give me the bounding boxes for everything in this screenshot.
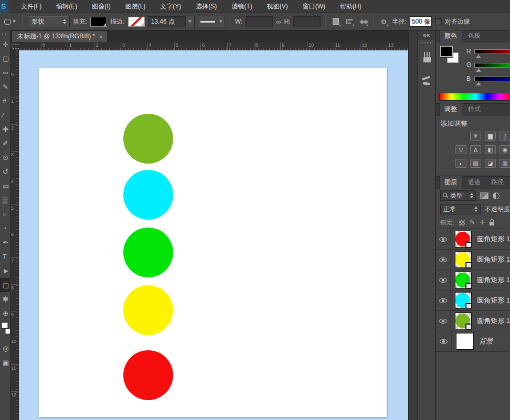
invert-icon[interactable]: ◐	[455, 159, 466, 168]
color-balance-icon[interactable]: Δ	[470, 145, 481, 154]
radius-input[interactable]: 500 像素	[410, 16, 432, 27]
yellow-circle[interactable]	[123, 285, 173, 335]
brightness-contrast-icon[interactable]: ☀	[470, 132, 481, 141]
crop-tool[interactable]: #	[0, 94, 10, 108]
blend-mode-select[interactable]: 正常	[440, 204, 481, 214]
threshold-icon[interactable]: ◪	[485, 159, 496, 168]
brush-tool[interactable]: ✐	[0, 136, 10, 150]
path-alignment-button[interactable]	[344, 16, 355, 27]
vertical-ruler[interactable]: 0123456789101112	[10, 50, 19, 420]
pen-tool[interactable]: ✒	[0, 235, 10, 250]
screen-mode-button[interactable]: ▣	[0, 356, 10, 370]
menu-item[interactable]: 编辑(E)	[49, 0, 84, 13]
lasso-tool[interactable]: ∾	[0, 66, 10, 80]
slider-thumb[interactable]	[476, 68, 481, 72]
scrollbar-track[interactable]	[408, 30, 417, 420]
posterize-icon[interactable]: ▨	[470, 159, 481, 168]
layer-thumbnail[interactable]	[455, 251, 472, 268]
background-color-swatch[interactable]	[5, 329, 10, 334]
clone-stamp-tool[interactable]: ⊙	[0, 150, 10, 165]
foreground-color-swatch[interactable]	[440, 46, 453, 57]
tool-mode-select[interactable]: 形状	[28, 16, 70, 27]
slider-thumb[interactable]	[476, 82, 481, 85]
menu-item[interactable]: 文件(F)	[14, 0, 49, 13]
layer-visibility-toggle[interactable]	[436, 250, 451, 270]
curves-icon[interactable]: ʃ	[500, 132, 510, 141]
path-arrangement-button[interactable]: ◈◈	[358, 16, 368, 27]
red-circle[interactable]	[123, 350, 173, 400]
menu-item[interactable]: 选择(S)	[188, 0, 224, 13]
fill-swatch[interactable]	[90, 17, 107, 27]
stroke-width-input[interactable]: 13.46 点	[148, 16, 186, 27]
tab-paths[interactable]: 路径	[486, 176, 508, 189]
lock-transparency-icon[interactable]	[459, 220, 465, 225]
layer-row[interactable]: 圆角矩形 1	[436, 250, 510, 270]
rounded-rectangle-tool[interactable]: ▢	[0, 278, 10, 292]
layer-visibility-toggle[interactable]	[436, 290, 451, 310]
history-brush-tool[interactable]: ↺	[0, 165, 10, 179]
move-tool[interactable]: ✛	[0, 37, 10, 51]
layer-filter-type-select[interactable]: 类型	[440, 190, 476, 201]
color-spectrum-ramp[interactable]	[439, 93, 510, 101]
photo-filter-icon[interactable]: ◉	[500, 145, 510, 154]
hand-tool[interactable]: ✽	[0, 292, 10, 306]
link-dimensions-icon[interactable]: ∞	[276, 18, 281, 26]
stroke-type-select[interactable]	[198, 16, 225, 27]
slider-thumb[interactable]	[476, 55, 481, 58]
layer-visibility-toggle[interactable]	[436, 270, 451, 290]
marquee-tool[interactable]: ▢	[0, 51, 10, 66]
filter-pixel-layers-icon[interactable]	[480, 192, 488, 199]
blur-tool[interactable]: ○	[0, 207, 10, 221]
expand-panels-button[interactable]: ««	[418, 30, 435, 40]
b-slider[interactable]: B	[466, 73, 510, 84]
eyedropper-tool[interactable]: ∕	[0, 108, 10, 122]
levels-icon[interactable]: ▆	[485, 132, 496, 141]
tab-swatches[interactable]: 色板	[463, 30, 485, 42]
document-canvas[interactable]	[39, 68, 387, 417]
stroke-swatch[interactable]	[128, 17, 145, 27]
layer-thumbnail[interactable]	[455, 313, 472, 329]
menu-item[interactable]: 图像(I)	[84, 0, 118, 13]
document-tab[interactable]: 未标题-1 @ 133%(RGB/8) * ×	[12, 30, 108, 42]
canvas-pasteboard[interactable]	[19, 50, 408, 420]
layer-visibility-toggle[interactable]	[436, 229, 451, 249]
r-slider[interactable]: R	[466, 46, 510, 57]
stroke-width-dropdown-button[interactable]	[186, 16, 195, 27]
layer-thumbnail[interactable]	[455, 231, 472, 247]
tab-adjustments[interactable]: 调整	[439, 103, 462, 116]
spot-healing-tool[interactable]: ✚	[0, 122, 10, 136]
layer-thumbnail[interactable]	[455, 272, 472, 288]
foreground-color-swatch[interactable]	[2, 322, 8, 328]
layer-thumbnail[interactable]	[455, 292, 472, 309]
layer-row[interactable]: 圆角矩形 1	[436, 311, 510, 331]
cyan-circle[interactable]	[123, 170, 173, 220]
align-edges-checkbox[interactable]	[435, 18, 442, 25]
menu-item[interactable]: 滤镜(T)	[224, 0, 259, 13]
lock-position-icon[interactable]: ✛	[480, 219, 485, 226]
black-white-icon[interactable]: ◧	[485, 145, 496, 154]
tab-styles[interactable]: 样式	[463, 103, 485, 116]
path-operations-button[interactable]	[331, 16, 341, 27]
quick-mask-button[interactable]: ◎	[0, 341, 10, 356]
brush-panel-button[interactable]	[418, 69, 436, 92]
tool-presets-panel-button[interactable]	[418, 46, 436, 69]
filter-adjustment-layers-icon[interactable]	[493, 192, 500, 199]
tool-preset-button[interactable]	[2, 16, 18, 27]
layer-row[interactable]: 圆角矩形 1	[436, 290, 510, 311]
lock-pixels-icon[interactable]: ✎	[470, 219, 475, 226]
menu-item[interactable]: 窗口(W)	[295, 0, 333, 13]
layer-row[interactable]: 圆角矩形 1	[436, 229, 510, 250]
quick-selection-tool[interactable]: ✎	[0, 80, 10, 94]
g-slider[interactable]: G	[466, 59, 510, 71]
layer-visibility-toggle[interactable]	[436, 311, 451, 331]
menu-item[interactable]: 视图(V)	[260, 0, 295, 13]
menu-item[interactable]: 图层(L)	[118, 0, 153, 13]
path-selection-tool[interactable]: ►	[0, 264, 10, 278]
gradient-map-icon[interactable]: ▥	[500, 159, 510, 168]
menu-item[interactable]: 文字(Y)	[153, 0, 188, 13]
lock-all-icon[interactable]	[490, 222, 494, 225]
shape-height-input[interactable]	[293, 16, 321, 27]
tab-layers[interactable]: 图层	[439, 176, 462, 189]
tab-channels[interactable]: 通道	[463, 176, 485, 189]
horizontal-ruler[interactable]: 012345678910111213	[19, 42, 408, 50]
